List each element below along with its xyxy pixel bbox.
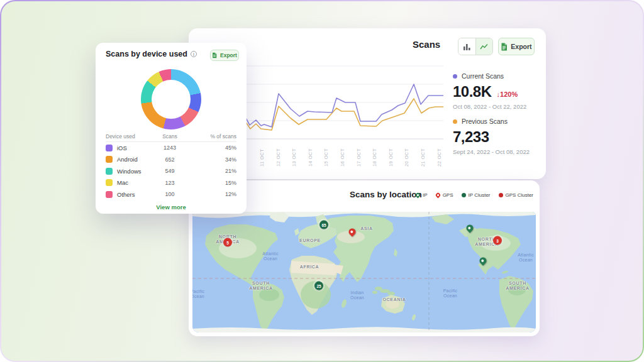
x-axis-tick-label: 14 OCT [308, 148, 313, 167]
ocean-label: AtlanticOcean [262, 251, 278, 262]
device-percent-value: 45% [187, 145, 236, 151]
legend-label: GPS [443, 192, 453, 198]
line-chart-toggle-button[interactable] [475, 38, 492, 55]
cluster-icon: 65 [319, 221, 328, 229]
device-donut-chart[interactable] [141, 69, 201, 129]
legend-pin-icon [415, 192, 421, 199]
x-axis-tick-label: 11 OCT [259, 149, 265, 167]
map-cluster-marker[interactable]: 25 [314, 282, 323, 290]
cluster-icon: 25 [314, 282, 323, 290]
map-pin-marker[interactable] [349, 228, 356, 235]
cluster-icon: 5 [223, 238, 232, 247]
device-export-button[interactable]: Export [210, 50, 239, 61]
stat-label: Previous Scans [462, 118, 508, 125]
device-name: Windows [117, 168, 152, 175]
map-legend-item-gps-cluster[interactable]: GPS Cluster [499, 192, 533, 198]
ocean-label: PacificOcean [443, 288, 458, 299]
info-icon[interactable]: i [191, 51, 197, 57]
device-name: Android [117, 156, 152, 163]
continent-label: ASIA [360, 226, 373, 231]
device-table-row: Android 652 34% [106, 154, 236, 166]
continent-label: AFRICA [300, 265, 319, 270]
pin-icon [465, 223, 475, 233]
ocean-label: AtlanticOcean [518, 253, 533, 263]
device-percent-value: 34% [187, 156, 236, 163]
map-cluster-marker[interactable]: 5 [223, 238, 232, 247]
x-axis-tick-label: 19 OCT [388, 148, 394, 167]
map-legend: IPGPSIP ClusterGPS Cluster [416, 192, 533, 198]
legend-pin-icon [435, 192, 441, 199]
legend-dot [453, 74, 457, 79]
legend-label: GPS Cluster [506, 192, 533, 198]
continent-label: EUROPE [299, 238, 321, 243]
stat-date-range: Oct 08, 2022 - Oct 22, 2022 [453, 103, 545, 110]
stat-date-range: Sept 24, 2022 - Oct 08, 2022 [453, 148, 545, 155]
bar-chart-toggle-button[interactable] [458, 38, 475, 55]
device-percent-value: 12% [187, 191, 236, 197]
change-badge: ↓120% [497, 90, 518, 98]
device-color-swatch [106, 145, 113, 151]
map-legend-item-gps[interactable]: GPS [436, 192, 453, 198]
map-cluster-marker[interactable]: 3 [493, 236, 502, 245]
export-file-icon [212, 52, 217, 58]
device-color-swatch [106, 191, 113, 198]
header-percent: % of scans [187, 133, 236, 140]
line-chart-icon [480, 43, 489, 51]
view-more-link[interactable]: View more [96, 204, 247, 211]
device-card-title: Scans by device used [106, 50, 187, 58]
device-scans-value: 652 [152, 156, 187, 163]
device-color-swatch [106, 168, 113, 175]
bar-chart-icon [463, 43, 471, 51]
world-map[interactable]: NORTHAMERICAEUROPEASIAAtlanticOceanAFRIC… [192, 212, 536, 332]
legend-cluster-icon [462, 193, 466, 197]
dashboard-stage: Scans by location IPGPSIP ClusterGPS Clu… [0, 0, 644, 362]
scans-export-button[interactable]: Export [498, 38, 535, 55]
map-pin-marker[interactable] [480, 257, 487, 264]
stat-group: Previous Scans 7,233 Sept 24, 2022 - Oct… [453, 118, 545, 155]
x-axis-tick-label: 16 OCT [340, 148, 345, 167]
device-scans-value: 549 [152, 168, 187, 174]
device-name: iOS [117, 145, 152, 151]
device-export-label: Export [220, 52, 237, 58]
ocean-label: PacificOcean [192, 289, 204, 300]
x-axis-tick-label: 21 OCT [420, 148, 426, 167]
scans-card-title: Scans [413, 39, 440, 50]
x-axis-tick-label: 17 OCT [356, 148, 362, 167]
pin-icon [478, 256, 488, 266]
device-scans-value: 1243 [152, 145, 187, 151]
x-axis-tick-label: 20 OCT [404, 148, 409, 167]
legend-label: IP [423, 192, 428, 198]
scans-by-device-card: Scans by device used i Export Device use… [96, 43, 247, 214]
continent-label: SOUTHAMERICA [506, 281, 530, 292]
pin-icon [347, 227, 357, 237]
chart-type-toggle [458, 38, 493, 55]
device-color-swatch [106, 179, 113, 186]
legend-label: IP Cluster [469, 192, 491, 198]
device-table-row: Windows 549 21% [106, 165, 236, 177]
device-table-header: Device used Scans % of scans [106, 132, 236, 142]
donut-hole [152, 80, 191, 119]
x-axis-tick-label: 15 OCT [323, 148, 329, 167]
device-color-swatch [106, 156, 113, 163]
continent-label: OCEANIA [382, 297, 406, 302]
continent-label: SOUTHAMERICA [249, 281, 273, 292]
device-name: Others [117, 191, 152, 198]
device-table: Device used Scans % of scans iOS 1243 45… [96, 132, 247, 200]
cluster-icon: 3 [493, 236, 502, 245]
stat-group: Current Scans 10.8K↓120% Oct 08, 2022 - … [453, 72, 545, 110]
device-percent-value: 15% [187, 180, 236, 186]
x-axis-tick-label: 18 OCT [372, 148, 377, 167]
device-table-row: Mac 123 15% [106, 177, 236, 189]
device-name: Mac [117, 179, 152, 186]
device-scans-value: 123 [152, 180, 187, 186]
map-pin-marker[interactable] [467, 224, 474, 231]
legend-dot [453, 119, 457, 124]
scans-export-label: Export [511, 43, 531, 50]
map-legend-item-ip-cluster[interactable]: IP Cluster [462, 192, 491, 198]
location-card-title: Scans by location [350, 190, 422, 199]
x-axis-tick-label: 22 OCT [436, 148, 442, 167]
stat-value: 7,233 [453, 128, 489, 146]
map-legend-item-ip[interactable]: IP [416, 192, 428, 198]
chart-stats-panel: Current Scans 10.8K↓120% Oct 08, 2022 - … [453, 65, 545, 155]
map-cluster-marker[interactable]: 65 [319, 221, 328, 229]
